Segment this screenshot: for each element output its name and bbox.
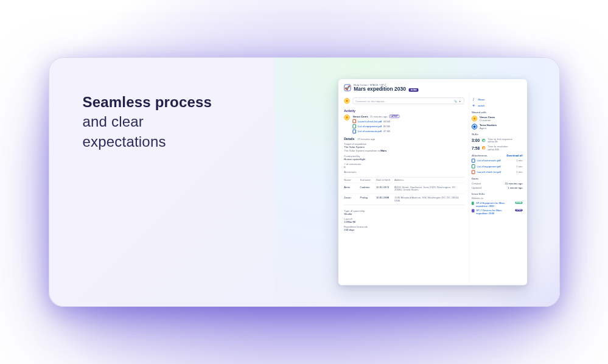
sla-row: 7:58Time to resolutionwithin 40h	[471, 145, 522, 150]
field-value: Shuttle	[344, 212, 464, 215]
feature-card: Seamless process and clear expectations …	[49, 57, 560, 307]
attachment-time: 1 min	[516, 159, 522, 163]
details-label: Details	[344, 137, 354, 141]
latest-tag: LATEST	[389, 114, 399, 118]
send-icon[interactable]: ➤	[459, 99, 461, 102]
field-value: 250 days	[344, 228, 464, 231]
issue-link[interactable]: SP-7 Devices for Mars expedition 2030	[476, 209, 501, 214]
cell-surname: Prolog	[360, 197, 376, 202]
attachment-link[interactable]: Launch check list.pdf	[477, 170, 501, 173]
hero-line3: expectations	[83, 133, 166, 150]
clock-icon	[481, 139, 485, 142]
avatar	[344, 114, 349, 120]
comment-input[interactable]: Comment on this request... 📎 ➤	[352, 97, 464, 104]
col-name: Name	[344, 179, 360, 182]
comment-tools: 📎 ➤	[453, 99, 461, 102]
created-label: Created	[471, 182, 480, 185]
ticket-window: 🚀 Help Center / SPACE / SP-2 Mars expedi…	[338, 79, 526, 285]
cell-dob: 10.05.1988	[376, 197, 394, 202]
attachments-label: Attachments	[471, 154, 487, 157]
field-value: 12/Mar/30	[344, 220, 464, 223]
field-value: 5	[344, 166, 464, 169]
file-icon	[352, 130, 356, 134]
cell-surname: Cadman	[360, 186, 376, 191]
col-address: Address	[394, 179, 464, 182]
user-row[interactable]: Venus CeresCustomer	[471, 116, 522, 121]
status-badge: DONE	[408, 88, 418, 92]
share-icon: ⤴	[471, 97, 475, 102]
clock-icon	[481, 146, 485, 150]
ticket-columns: Comment on this request... 📎 ➤ Activity	[338, 94, 526, 285]
page-title: Mars expedition 2030	[354, 86, 406, 91]
download-all-link[interactable]: Download all	[506, 154, 522, 157]
file-icon	[352, 124, 356, 128]
issue-link-row[interactable]: SP-4 Equipment for Mars expedition 2030D…	[471, 201, 522, 207]
attachment-time: 1 min	[516, 165, 522, 168]
user-row[interactable]: Terra HaukinsAgent	[471, 124, 522, 129]
attachment-link[interactable]: List of equipment.pdf	[477, 165, 500, 168]
details-block: Details 22 minutes ago Target of expedit…	[344, 137, 464, 231]
field-value: The Solar System	[344, 145, 464, 149]
relates-label: Relates to	[471, 197, 522, 200]
slas-label: SLAs	[471, 133, 522, 136]
cell-dob: 12.01.1974	[376, 186, 394, 191]
cell-name: Anita	[344, 186, 360, 191]
side-column: ⤴ Share 👁 watch Shared with Venus CeresC…	[469, 94, 527, 285]
issue-link[interactable]: SP-4 Equipment for Mars expedition 2030	[475, 201, 504, 207]
activity-author[interactable]: Venus Ceres	[352, 115, 368, 118]
issue-type-icon	[471, 201, 473, 205]
details-time: 22 minutes ago	[357, 138, 375, 141]
attachment-row[interactable]: List of astronauts.pdf1 min	[471, 159, 522, 163]
cell-address: 1100 Maryland Avenue, SW, Washington DC,…	[394, 197, 464, 202]
attachment-row[interactable]: List of equipment.pdf1 min	[471, 164, 522, 169]
field-desc: The Solar System expedition to Mars	[344, 150, 464, 153]
created-value: 21 minutes ago	[505, 182, 522, 185]
attachment-link[interactable]: List of astronauts.pdf	[477, 159, 500, 163]
activity-time: 25 minutes ago	[369, 115, 387, 118]
table-row: AnitaCadman12.01.1974860 E Street, South…	[344, 183, 464, 194]
comment-placeholder: Comment on this request...	[355, 99, 386, 102]
cell-address: 860 E Street, Southeast, Suite 2020, Was…	[394, 186, 464, 191]
hero-text: Seamless process and clear expectations	[49, 58, 274, 306]
hero-line2: and clear	[83, 113, 144, 130]
avatar	[471, 116, 477, 121]
watch-row[interactable]: 👁 watch	[471, 103, 522, 108]
activity-entry: Venus Ceres 25 minutes ago LATEST Launch…	[344, 114, 464, 133]
file-icon	[471, 170, 475, 174]
file-icon	[471, 159, 475, 163]
file-link[interactable]: List of astronauts.pdf	[357, 130, 381, 133]
field-value: Human spaceflight	[344, 158, 464, 161]
avatar	[344, 98, 349, 103]
issue-link-row[interactable]: SP-7 Devices for Mars expedition 2030OPE…	[471, 209, 522, 214]
main-column: Comment on this request... 📎 ➤ Activity	[338, 94, 468, 285]
sla-number: 7:58	[471, 146, 479, 150]
hero-line1: Seamless process	[83, 94, 212, 110]
attach-icon[interactable]: 📎	[453, 99, 457, 102]
file-link[interactable]: List of equipment.pdf	[357, 125, 381, 128]
activity-label: Activity	[344, 109, 464, 113]
file-icon	[352, 119, 356, 124]
attachment-row[interactable]: Launch check list.pdf1 min	[471, 170, 522, 174]
field-label: Astronauts	[344, 170, 464, 173]
cell-name: Jason	[344, 197, 360, 202]
sla-row: 3:00Time to first responsewithin 8h	[471, 138, 522, 143]
attachment-time: 1 min	[516, 170, 522, 173]
launch-block: Type of spaceship Shuttle Launch 12/Mar/…	[344, 209, 464, 231]
file-chip[interactable]: List of astronauts.pdf47 kB	[352, 130, 464, 134]
astronauts-table: Name Surname Date of birth Address Anita…	[344, 177, 464, 205]
attachments-head: Attachments Download all	[471, 154, 522, 157]
table-row: JasonProlog10.05.19881100 Maryland Avenu…	[344, 194, 464, 205]
activity-files: Launch check list.pdf60 kBList of equipm…	[352, 119, 464, 134]
share-link[interactable]: Share	[478, 98, 484, 101]
file-size: 60 kB	[383, 120, 390, 123]
comment-bar: Comment on this request... 📎 ➤	[344, 97, 464, 104]
issue-type-icon	[471, 209, 473, 212]
watch-link[interactable]: watch	[478, 104, 484, 107]
table-head: Name Surname Date of birth Address	[344, 178, 464, 183]
issue-links-label: Issue links	[471, 192, 522, 195]
file-chip[interactable]: List of equipment.pdf60 kB	[352, 124, 464, 128]
file-link[interactable]: Launch check list.pdf	[357, 120, 382, 123]
file-chip[interactable]: Launch check list.pdf60 kB	[352, 119, 464, 124]
share-row[interactable]: ⤴ Share	[471, 97, 522, 102]
eye-icon: 👁	[471, 103, 475, 108]
